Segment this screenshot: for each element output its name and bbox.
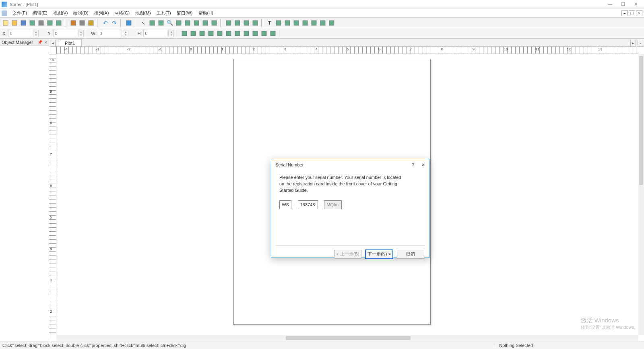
export-icon[interactable]	[55, 19, 63, 27]
tab-prev-button[interactable]: ◄	[50, 40, 56, 46]
zoom-window-icon[interactable]	[157, 19, 165, 27]
base-icon[interactable]	[233, 29, 242, 37]
y-input[interactable]	[53, 30, 77, 37]
classed-post-icon[interactable]	[251, 29, 259, 37]
menu-绘制[interactable]: 绘制(D)	[70, 9, 91, 17]
ruler-h-label: 2	[253, 47, 255, 51]
zoom-in-icon[interactable]: 🔍	[166, 19, 174, 27]
x-spinner[interactable]: ▲▼	[33, 30, 39, 37]
serial-part-2[interactable]	[298, 200, 318, 209]
save-all-icon[interactable]	[28, 19, 36, 27]
view-icon[interactable]	[269, 29, 277, 37]
zoom-select-icon[interactable]	[201, 19, 209, 27]
paste-icon[interactable]	[87, 19, 95, 27]
3d-icon[interactable]	[260, 29, 268, 37]
open-icon[interactable]	[10, 19, 19, 27]
help-icon[interactable]	[125, 19, 133, 27]
import-icon[interactable]	[46, 19, 54, 27]
y-spinner[interactable]: ▲▼	[78, 30, 84, 37]
svg-rect-22	[276, 21, 281, 25]
surface-icon[interactable]	[225, 29, 233, 37]
toggle-marker-icon[interactable]	[251, 19, 259, 27]
menu-编辑[interactable]: 编辑(E)	[30, 9, 50, 17]
panel-close-button[interactable]: ×	[45, 40, 47, 45]
next-button[interactable]: 下一步(N) >	[365, 250, 393, 259]
svg-rect-29	[182, 31, 187, 36]
ruler-v-label: 3	[50, 278, 52, 282]
status-selection: Nothing Selected	[495, 343, 537, 348]
undo-icon[interactable]: ↶	[101, 19, 109, 27]
w-spinner[interactable]: ▲▼	[123, 30, 128, 37]
menu-工具[interactable]: 工具(T)	[154, 9, 174, 17]
redo-icon[interactable]: ↷	[110, 19, 118, 27]
menu-网格[interactable]: 网格(G)	[111, 9, 132, 17]
menu-文件[interactable]: 文件(F)	[10, 9, 30, 17]
contour-icon[interactable]	[180, 29, 188, 37]
copy-icon[interactable]	[78, 19, 86, 27]
hand-icon[interactable]	[148, 19, 156, 27]
ruler-h-label: -3	[96, 47, 99, 51]
new-icon[interactable]	[2, 19, 10, 27]
polyline-icon[interactable]	[292, 19, 300, 27]
w-label: W:	[91, 31, 96, 36]
h-input[interactable]	[143, 30, 167, 37]
zoom-actual-icon[interactable]	[192, 19, 200, 27]
tab-close-button[interactable]: ×	[638, 40, 643, 46]
pan-icon[interactable]	[242, 19, 250, 27]
image-map-icon[interactable]	[189, 29, 197, 37]
close-button[interactable]: ✕	[634, 2, 638, 7]
horizontal-scrollbar[interactable]	[56, 335, 638, 341]
toolbar-secondary: X: ▲▼ Y: ▲▼ W: ▲▼ H: ▲▼	[0, 28, 644, 39]
zoom-page-icon[interactable]	[210, 19, 218, 27]
post-icon[interactable]	[242, 29, 250, 37]
w-input[interactable]	[98, 30, 122, 37]
svg-rect-24	[294, 21, 299, 25]
vertical-scrollbar[interactable]	[638, 54, 644, 335]
text-icon[interactable]: T	[266, 19, 274, 27]
serial-part-1[interactable]	[279, 200, 291, 209]
rect-icon[interactable]	[310, 19, 318, 27]
menu-帮助[interactable]: 帮助(H)	[196, 9, 216, 17]
menu-排列[interactable]: 排列(A)	[91, 9, 112, 17]
pin-icon[interactable]: 📌	[37, 40, 42, 44]
rrect-icon[interactable]	[319, 19, 327, 27]
shade-icon[interactable]	[198, 29, 206, 37]
tab-plot1[interactable]: Plot1	[58, 39, 82, 46]
pointer-icon[interactable]: ↖	[139, 19, 147, 27]
ruler-h-label: 5	[347, 47, 349, 51]
zoom-fit-icon[interactable]	[184, 19, 192, 27]
mdi-close-button[interactable]: ×	[636, 10, 642, 16]
save-icon[interactable]	[19, 19, 27, 27]
window-title: Surfer - [Plot1]	[10, 2, 608, 7]
dialog-help-button[interactable]: ?	[412, 162, 414, 168]
x-input[interactable]	[8, 30, 32, 37]
cut-icon[interactable]	[69, 19, 77, 27]
menu-视图[interactable]: 视图(V)	[50, 9, 71, 17]
tab-next-button[interactable]: ►	[630, 40, 636, 46]
cancel-button[interactable]: 取消	[397, 250, 424, 259]
maximize-button[interactable]: ☐	[621, 2, 625, 7]
ruler-h-label: 0	[190, 47, 192, 51]
menu-窗口[interactable]: 窗口(W)	[174, 9, 196, 17]
ellipse-icon[interactable]	[328, 19, 336, 27]
dialog-close-button[interactable]: ✕	[421, 162, 425, 168]
vector-icon[interactable]	[207, 29, 215, 37]
ruler-h-label: 10	[504, 47, 508, 51]
mdi-minimize-button[interactable]: ‒	[621, 10, 628, 16]
polygon-icon[interactable]	[301, 19, 309, 27]
minimize-button[interactable]: —	[608, 2, 612, 7]
dim-icon[interactable]	[275, 19, 283, 27]
h-spinner[interactable]: ▲▼	[168, 30, 174, 37]
refresh-icon[interactable]	[225, 19, 233, 27]
ruler-horizontal: -4-3-2-1012345678910111213	[56, 47, 638, 54]
menu-地图[interactable]: 地图(M)	[132, 9, 154, 17]
ruler-v-label: 5	[50, 215, 52, 219]
print-icon[interactable]	[37, 19, 45, 27]
ext-icon[interactable]	[283, 19, 291, 27]
rotate-icon[interactable]	[233, 19, 242, 27]
serial-part-3[interactable]	[324, 200, 342, 209]
back-button[interactable]: < 上一步(B)	[334, 250, 361, 259]
wireframe-icon[interactable]	[216, 29, 224, 37]
zoom-out-icon[interactable]	[175, 19, 183, 27]
mdi-restore-button[interactable]: ❐	[629, 10, 635, 16]
